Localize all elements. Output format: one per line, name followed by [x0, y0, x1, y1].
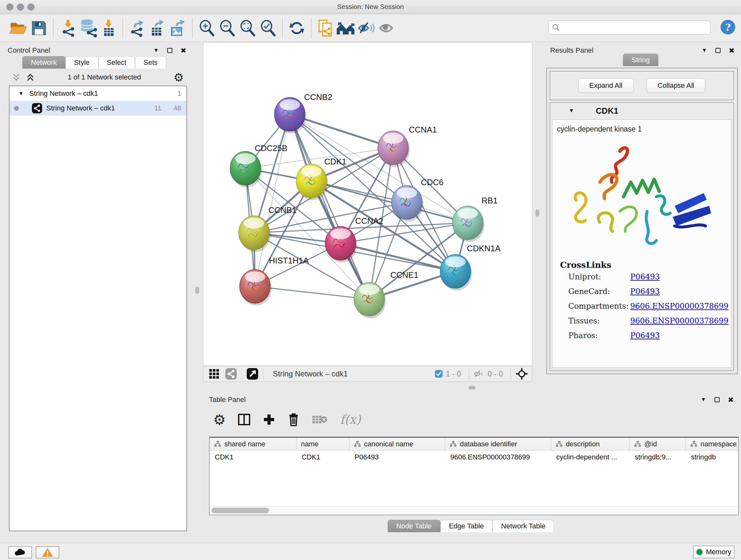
crosslink-link[interactable]: 9606.ENSP00000378699 [630, 302, 729, 311]
import-table-button[interactable] [98, 18, 119, 38]
table-row[interactable]: CDK1CDK1P064939606.ENSP00000378699cyclin… [210, 450, 738, 464]
network-options-gear-icon[interactable]: ⚙ [174, 71, 184, 84]
column-header-name[interactable]: name [296, 438, 349, 450]
tab-edge-table[interactable]: Edge Table [441, 520, 493, 532]
grid-view-icon[interactable] [208, 368, 220, 380]
column-header-database-identifier[interactable]: database identifier [445, 438, 551, 450]
detach-view-icon[interactable] [246, 368, 259, 380]
network-node-CDC6[interactable] [392, 186, 423, 222]
close-panel-icon[interactable]: ✖ [728, 396, 734, 404]
copy-style-button[interactable] [315, 18, 336, 38]
table-horizontal-scrollbar[interactable] [209, 506, 739, 515]
close-panel-icon[interactable]: ✖ [181, 47, 186, 55]
selected-checkbox-icon[interactable] [435, 370, 443, 378]
table-options-gear-icon[interactable]: ⚙ [213, 412, 226, 428]
export-table-button[interactable] [147, 18, 168, 38]
warnings-button[interactable] [36, 546, 59, 558]
search-input[interactable] [560, 24, 700, 31]
zoom-out-button[interactable] [217, 18, 238, 38]
table-cell[interactable]: P06493 [349, 450, 445, 464]
zoom-fit-button[interactable] [238, 18, 258, 38]
vertical-splitter-handle[interactable] [536, 209, 539, 216]
column-header-description[interactable]: description [551, 438, 630, 450]
network-edge-CCNB2-CCNE1[interactable] [290, 114, 369, 299]
expand-all-icon[interactable] [25, 72, 35, 82]
table-cell[interactable]: stringdb:9... [630, 450, 686, 464]
close-panel-icon[interactable]: ✖ [729, 47, 735, 55]
add-column-icon[interactable] [263, 413, 275, 426]
network-node-CDK1[interactable] [296, 164, 328, 200]
tab-network[interactable]: Network [22, 56, 65, 69]
table-cell[interactable]: CDK1 [210, 450, 296, 464]
network-node-RB1[interactable] [453, 206, 484, 242]
protein-collapse-icon[interactable]: ▼ [569, 108, 574, 114]
crosslink-link[interactable]: P06493 [630, 331, 660, 340]
column-header-canonical-name[interactable]: canonical name [349, 438, 445, 450]
search-box[interactable] [548, 20, 711, 35]
memory-button[interactable]: Memory [693, 546, 735, 558]
panel-menu-icon[interactable]: ▼ [153, 47, 159, 54]
import-database-button[interactable] [78, 18, 98, 38]
table-cell[interactable]: 9606.ENSP00000378699 [445, 450, 551, 464]
crosslink-link[interactable]: P06493 [630, 287, 660, 296]
hide-selected-button[interactable] [356, 18, 377, 38]
network-node-CCNA1[interactable] [378, 131, 410, 167]
export-network-button[interactable] [127, 18, 147, 38]
network-node-CDC25B[interactable] [230, 151, 262, 187]
tab-select[interactable]: Select [98, 56, 135, 69]
table-cell[interactable]: cyclin-dependent ... [551, 450, 630, 464]
scrollbar-thumb[interactable] [212, 508, 269, 513]
float-panel-icon[interactable] [167, 48, 172, 53]
network-node-CCNA2[interactable] [325, 226, 357, 262]
column-header-namespace[interactable]: namespace [686, 438, 739, 450]
network-node-CDKN1A[interactable] [440, 254, 472, 291]
tab-network-table[interactable]: Network Table [492, 520, 554, 532]
float-panel-icon[interactable] [715, 397, 720, 402]
hidden-eye-slash-icon[interactable] [474, 369, 484, 379]
function-builder-icon[interactable]: f(x) [340, 413, 360, 427]
refresh-button[interactable] [286, 18, 307, 38]
collapse-all-button[interactable]: Collapse All [647, 78, 705, 93]
delete-table-icon[interactable] [312, 413, 328, 426]
tab-sets[interactable]: Sets [135, 56, 166, 69]
network-row[interactable]: String Network – cdk1 11 48 [10, 101, 186, 116]
column-header-@id[interactable]: @id [630, 438, 686, 450]
zoom-in-button[interactable] [197, 18, 217, 38]
table-cell[interactable]: CDK1 [296, 450, 349, 464]
column-header-shared-name[interactable]: shared name [210, 438, 296, 450]
crosslink-link[interactable]: P06493 [630, 272, 660, 281]
show-columns-icon[interactable] [238, 413, 251, 426]
tab-string[interactable]: String [623, 54, 658, 66]
show-all-button[interactable] [377, 18, 397, 38]
collection-expand-icon[interactable]: ▼ [18, 91, 23, 97]
table-cell[interactable]: stringdb [686, 450, 739, 464]
export-image-button[interactable] [168, 18, 188, 38]
open-file-button[interactable] [8, 18, 29, 38]
panel-menu-icon[interactable]: ▼ [701, 396, 706, 403]
vertical-splitter-handle[interactable] [195, 287, 199, 294]
network-node-CCNB2[interactable] [274, 98, 307, 133]
help-button[interactable]: ? [721, 20, 735, 35]
network-edge-HIST1H1A-CCNE1[interactable] [255, 287, 369, 299]
network-node-CCNE1[interactable] [354, 282, 386, 318]
birds-eye-crosshair-icon[interactable] [515, 368, 528, 380]
tab-node-table[interactable]: Node Table [388, 520, 441, 532]
first-neighbors-button[interactable] [336, 18, 356, 38]
crosslink-link[interactable]: 9606.ENSP00000378699 [630, 316, 729, 325]
save-session-button[interactable] [29, 18, 49, 38]
collapse-all-icon[interactable] [11, 72, 21, 82]
network-node-HIST1H1A[interactable] [240, 269, 272, 306]
zoom-selected-button[interactable] [258, 18, 278, 38]
network-view-share-icon[interactable] [225, 368, 237, 380]
tab-style[interactable]: Style [65, 56, 98, 69]
import-network-button[interactable] [57, 18, 78, 38]
horizontal-splitter-handle[interactable] [468, 386, 475, 389]
network-collection-row[interactable]: ▼ String Network – cdk1 1 [10, 86, 186, 101]
float-panel-icon[interactable] [716, 48, 721, 53]
automation-status-button[interactable] [8, 546, 32, 558]
delete-column-icon[interactable] [287, 413, 300, 426]
column-header-label: shared name [224, 440, 265, 448]
expand-all-button[interactable]: Expand All [578, 78, 634, 93]
panel-menu-icon[interactable]: ▼ [702, 47, 707, 54]
network-canvas[interactable]: CCNB2CCNA1CDC25BCDK1CDC6RB1CCNB1CCNA2CDK… [203, 42, 532, 366]
